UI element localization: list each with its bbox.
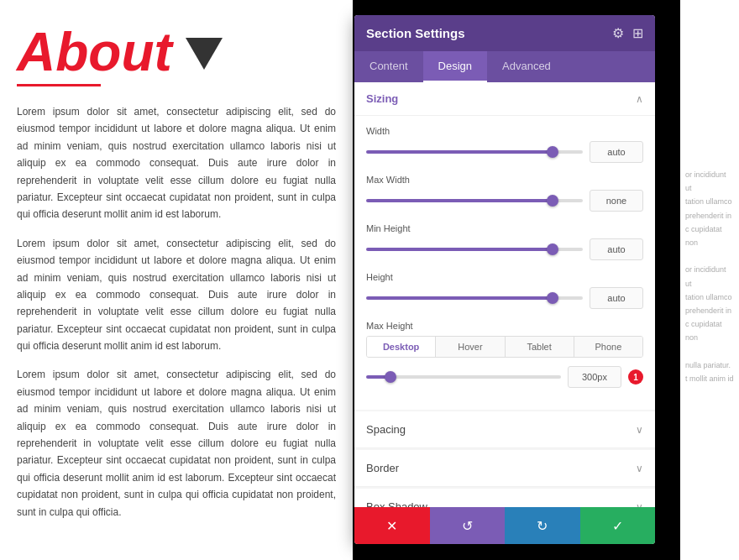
max-height-tab-desktop[interactable]: Desktop (367, 337, 436, 357)
height-field: Height auto (366, 272, 643, 309)
lorem-paragraph-3: Lorem ipsum dolor sit amet, consectetur … (17, 366, 336, 521)
page-content: About Lorem ipsum dolor sit amet, consec… (0, 0, 353, 560)
panel-tabs: Content Design Advanced (354, 51, 655, 82)
panel-body: Sizing ∧ Width auto Max Width (354, 82, 655, 507)
tab-design[interactable]: Design (423, 51, 487, 82)
panel-header-icons: ⚙ ⊞ (612, 25, 643, 41)
panel-header: Section Settings ⚙ ⊞ (354, 15, 655, 51)
border-section: Border ∨ (354, 450, 655, 487)
box-shadow-title: Box Shadow (366, 500, 427, 507)
reset-button[interactable]: ↺ (430, 507, 506, 544)
min-height-value[interactable]: auto (590, 238, 643, 260)
max-height-tab-hover[interactable]: Hover (436, 337, 505, 357)
max-width-value[interactable]: none (590, 190, 643, 212)
lorem-paragraph-2: Lorem ipsum dolor sit amet, consectetur … (17, 235, 336, 355)
settings-panel: Section Settings ⚙ ⊞ Content Design Adva… (354, 15, 655, 544)
max-width-slider-row: none (366, 190, 643, 212)
redo-button[interactable]: ↻ (505, 507, 580, 544)
min-height-label: Min Height (366, 223, 643, 233)
min-height-slider[interactable] (366, 248, 583, 251)
sizing-chevron: ∧ (636, 93, 643, 105)
sizing-section: Sizing ∧ Width auto Max Width (354, 82, 655, 410)
max-height-field: Max Height Desktop Hover Tablet Phone 30… (366, 321, 643, 388)
panel-title: Section Settings (366, 26, 465, 40)
max-height-slider[interactable] (366, 375, 561, 379)
lorem-paragraph-1: Lorem ipsum dolor sit amet, consectetur … (17, 103, 336, 223)
width-slider-row: auto (366, 141, 643, 163)
save-button[interactable]: ✓ (580, 507, 656, 544)
expand-icon[interactable]: ⊞ (632, 25, 643, 41)
spacing-section: Spacing ∨ (354, 411, 655, 448)
max-height-value[interactable]: 300px (568, 366, 621, 388)
max-height-badge: 1 (628, 369, 643, 385)
about-header: About (17, 25, 336, 79)
sizing-title: Sizing (366, 92, 398, 105)
box-shadow-chevron: ∨ (636, 501, 643, 508)
cancel-button[interactable]: ✕ (354, 507, 430, 544)
spacing-header[interactable]: Spacing ∨ (354, 411, 655, 448)
min-height-field: Min Height auto (366, 223, 643, 260)
max-width-slider[interactable] (366, 199, 583, 202)
width-value[interactable]: auto (590, 141, 643, 163)
panel-toolbar: ✕ ↺ ↻ ✓ (354, 507, 655, 544)
max-width-field: Max Width none (366, 175, 643, 212)
spacing-title: Spacing (366, 423, 406, 436)
triangle-icon (186, 38, 223, 70)
max-height-label: Max Height (366, 321, 643, 331)
width-label: Width (366, 126, 643, 136)
tab-content[interactable]: Content (354, 51, 423, 82)
about-title: About (17, 25, 172, 79)
height-slider-row: auto (366, 287, 643, 309)
max-height-tabs: Desktop Hover Tablet Phone (366, 336, 643, 358)
sizing-header[interactable]: Sizing ∧ (354, 82, 655, 116)
about-divider (17, 84, 101, 86)
box-shadow-header[interactable]: Box Shadow ∨ (354, 489, 655, 507)
height-slider[interactable] (366, 296, 583, 300)
max-height-tab-tablet[interactable]: Tablet (506, 337, 574, 357)
settings-icon[interactable]: ⚙ (612, 25, 624, 41)
height-label: Height (366, 272, 643, 282)
max-width-label: Max Width (366, 175, 643, 185)
width-slider[interactable] (366, 150, 583, 154)
height-value[interactable]: auto (590, 287, 643, 309)
right-bleed-text: or incididunt uttation ullamcoprehenderi… (680, 0, 739, 560)
min-height-slider-row: auto (366, 238, 643, 260)
max-height-tab-phone[interactable]: Phone (574, 337, 642, 357)
sizing-content: Width auto Max Width none Min (354, 116, 655, 410)
border-header[interactable]: Border ∨ (354, 450, 655, 487)
max-height-slider-row: 300px 1 (366, 366, 643, 388)
box-shadow-section: Box Shadow ∨ (354, 489, 655, 507)
tab-advanced[interactable]: Advanced (487, 51, 566, 82)
border-title: Border (366, 462, 399, 474)
width-field: Width auto (366, 126, 643, 163)
spacing-chevron: ∨ (636, 424, 643, 436)
border-chevron: ∨ (636, 463, 643, 474)
